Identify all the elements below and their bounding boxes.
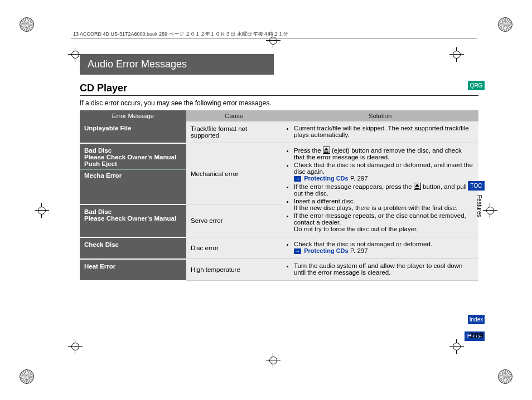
error-msg: Bad Disc Please Check Owner's Manual Pus… (80, 143, 186, 204)
solution-item: Press the (eject) button and remove the … (294, 147, 474, 160)
solution-item: Check that the disc is not damaged or de… (294, 162, 474, 182)
solution-item: If the error message repeats, or the dis… (294, 212, 474, 232)
solution-item: If the error message reappears, press th… (294, 183, 474, 197)
section-label-vertical: Features (476, 195, 482, 217)
crop-mark (483, 203, 497, 218)
col-error-message: Error Message (80, 110, 186, 121)
error-msg: Unplayable File (80, 121, 186, 143)
solution-item: Check that the disc is not damaged or de… (294, 241, 474, 254)
link-arrow-icon: → (294, 248, 301, 254)
registration-mark (20, 369, 34, 384)
intro-text: If a disc error occurs, you may see the … (80, 99, 478, 107)
tab-toc[interactable]: TOC (468, 181, 485, 191)
solution-item: Current track/file will be skipped. The … (294, 125, 474, 138)
tab-qrg[interactable]: QRG (468, 81, 485, 90)
eject-icon (414, 183, 421, 190)
solution: Turn the audio system off and allow the … (282, 259, 478, 281)
table-row: Check Disc Disc error Check that the dis… (80, 237, 478, 259)
cause: Disc error (186, 237, 282, 259)
solution-item: Insert a different disc. If the new disc… (294, 198, 474, 211)
link-arrow-icon: → (294, 176, 301, 182)
error-msg: Check Disc (80, 237, 186, 259)
print-header: 13 ACCORD 4D US-31T2A6000.book 289 ページ ２… (71, 30, 477, 39)
col-cause: Cause (186, 110, 282, 121)
table-row: Bad Disc Please Check Owner's Manual Pus… (80, 143, 478, 204)
table-row: Heat Error High temperature Turn the aud… (80, 259, 478, 281)
cause: High temperature (186, 259, 282, 281)
crop-mark (68, 339, 83, 354)
page-number: 289 (470, 330, 483, 340)
eject-icon (323, 147, 330, 154)
cause: Servo error (186, 204, 282, 237)
subsection-title: CD Player (80, 82, 478, 96)
col-solution: Solution (282, 110, 478, 121)
crop-mark (449, 339, 464, 354)
protecting-cds-link[interactable]: Protecting CDs (304, 175, 348, 182)
table-row: Unplayable File Track/file format not su… (80, 121, 478, 143)
solution: Press the (eject) button and remove the … (282, 143, 478, 237)
registration-mark (498, 369, 512, 384)
crop-mark (266, 353, 280, 368)
solution-item: Turn the audio system off and allow the … (294, 262, 474, 276)
side-tabs: QRG TOC Index Home (468, 81, 485, 94)
error-msg: Bad Disc Please Check Owner's Manual (80, 204, 186, 237)
section-title: Audio Error Messages (80, 54, 274, 75)
crop-mark (35, 203, 49, 218)
registration-mark (498, 17, 512, 32)
cause: Mechanical error (186, 143, 282, 204)
solution: Current track/file will be skipped. The … (282, 121, 478, 143)
protecting-cds-link[interactable]: Protecting CDs (304, 247, 348, 254)
tab-index[interactable]: Index (468, 315, 485, 324)
error-table: Error Message Cause Solution Unplayable … (80, 110, 478, 281)
cause: Track/file format not supported (186, 121, 282, 143)
solution: Check that the disc is not damaged or de… (282, 237, 478, 259)
registration-mark (20, 17, 34, 32)
error-msg: Heat Error (80, 259, 186, 281)
